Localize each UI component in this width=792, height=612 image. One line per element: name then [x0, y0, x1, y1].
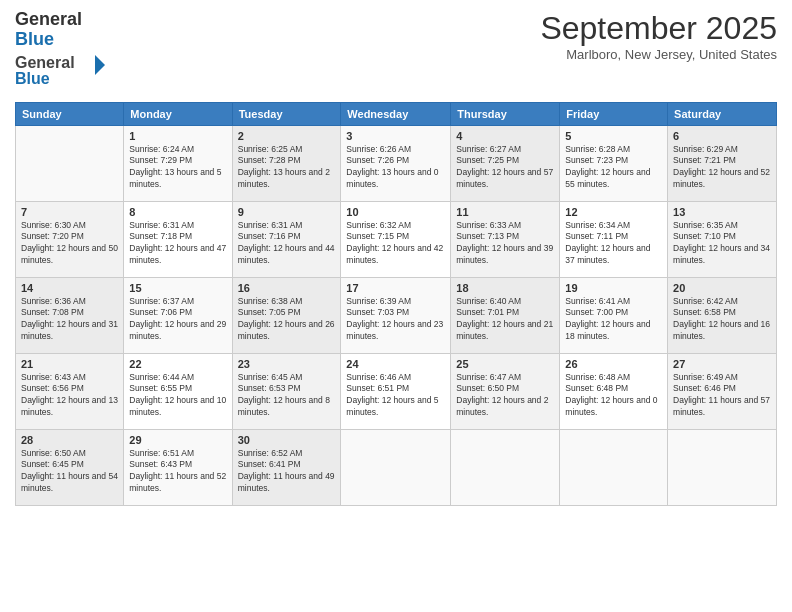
logo-icon: General Blue [15, 50, 105, 90]
day-number: 20 [673, 282, 771, 294]
day-number: 30 [238, 434, 336, 446]
day-info: Sunrise: 6:24 AMSunset: 7:29 PMDaylight:… [129, 144, 226, 192]
day-cell: 7 Sunrise: 6:30 AMSunset: 7:20 PMDayligh… [16, 201, 124, 277]
day-cell: 5 Sunrise: 6:28 AMSunset: 7:23 PMDayligh… [560, 125, 668, 201]
day-cell: 17 Sunrise: 6:39 AMSunset: 7:03 PMDaylig… [341, 277, 451, 353]
day-number: 10 [346, 206, 445, 218]
day-cell: 3 Sunrise: 6:26 AMSunset: 7:26 PMDayligh… [341, 125, 451, 201]
day-cell: 29 Sunrise: 6:51 AMSunset: 6:43 PMDaylig… [124, 429, 232, 505]
header-row: Sunday Monday Tuesday Wednesday Thursday… [16, 102, 777, 125]
month-title: September 2025 [540, 10, 777, 47]
day-info: Sunrise: 6:45 AMSunset: 6:53 PMDaylight:… [238, 372, 336, 420]
day-cell [560, 429, 668, 505]
col-monday: Monday [124, 102, 232, 125]
day-info: Sunrise: 6:31 AMSunset: 7:16 PMDaylight:… [238, 220, 336, 268]
col-sunday: Sunday [16, 102, 124, 125]
day-number: 23 [238, 358, 336, 370]
day-info: Sunrise: 6:35 AMSunset: 7:10 PMDaylight:… [673, 220, 771, 268]
day-number: 26 [565, 358, 662, 370]
day-number: 27 [673, 358, 771, 370]
day-info: Sunrise: 6:43 AMSunset: 6:56 PMDaylight:… [21, 372, 118, 420]
day-info: Sunrise: 6:47 AMSunset: 6:50 PMDaylight:… [456, 372, 554, 420]
day-cell: 11 Sunrise: 6:33 AMSunset: 7:13 PMDaylig… [451, 201, 560, 277]
day-cell: 20 Sunrise: 6:42 AMSunset: 6:58 PMDaylig… [668, 277, 777, 353]
day-number: 1 [129, 130, 226, 142]
day-cell: 26 Sunrise: 6:48 AMSunset: 6:48 PMDaylig… [560, 353, 668, 429]
day-cell: 19 Sunrise: 6:41 AMSunset: 7:00 PMDaylig… [560, 277, 668, 353]
day-cell: 22 Sunrise: 6:44 AMSunset: 6:55 PMDaylig… [124, 353, 232, 429]
col-tuesday: Tuesday [232, 102, 341, 125]
day-info: Sunrise: 6:30 AMSunset: 7:20 PMDaylight:… [21, 220, 118, 268]
svg-marker-2 [95, 55, 105, 75]
day-cell: 21 Sunrise: 6:43 AMSunset: 6:56 PMDaylig… [16, 353, 124, 429]
day-cell: 16 Sunrise: 6:38 AMSunset: 7:05 PMDaylig… [232, 277, 341, 353]
day-info: Sunrise: 6:25 AMSunset: 7:28 PMDaylight:… [238, 144, 336, 192]
day-cell [451, 429, 560, 505]
day-cell [341, 429, 451, 505]
day-info: Sunrise: 6:34 AMSunset: 7:11 PMDaylight:… [565, 220, 662, 268]
day-info: Sunrise: 6:50 AMSunset: 6:45 PMDaylight:… [21, 448, 118, 496]
svg-text:General: General [15, 54, 75, 71]
day-number: 9 [238, 206, 336, 218]
col-saturday: Saturday [668, 102, 777, 125]
day-number: 25 [456, 358, 554, 370]
day-info: Sunrise: 6:52 AMSunset: 6:41 PMDaylight:… [238, 448, 336, 496]
col-friday: Friday [560, 102, 668, 125]
day-info: Sunrise: 6:37 AMSunset: 7:06 PMDaylight:… [129, 296, 226, 344]
day-cell: 13 Sunrise: 6:35 AMSunset: 7:10 PMDaylig… [668, 201, 777, 277]
day-number: 2 [238, 130, 336, 142]
day-info: Sunrise: 6:32 AMSunset: 7:15 PMDaylight:… [346, 220, 445, 268]
day-number: 21 [21, 358, 118, 370]
day-cell: 23 Sunrise: 6:45 AMSunset: 6:53 PMDaylig… [232, 353, 341, 429]
day-info: Sunrise: 6:46 AMSunset: 6:51 PMDaylight:… [346, 372, 445, 420]
day-info: Sunrise: 6:28 AMSunset: 7:23 PMDaylight:… [565, 144, 662, 192]
day-number: 16 [238, 282, 336, 294]
day-number: 3 [346, 130, 445, 142]
day-cell: 14 Sunrise: 6:36 AMSunset: 7:08 PMDaylig… [16, 277, 124, 353]
week-row-3: 21 Sunrise: 6:43 AMSunset: 6:56 PMDaylig… [16, 353, 777, 429]
header: GeneralBlue General Blue September 2025 … [15, 10, 777, 94]
day-number: 19 [565, 282, 662, 294]
day-info: Sunrise: 6:51 AMSunset: 6:43 PMDaylight:… [129, 448, 226, 496]
col-thursday: Thursday [451, 102, 560, 125]
day-number: 18 [456, 282, 554, 294]
day-number: 12 [565, 206, 662, 218]
day-info: Sunrise: 6:48 AMSunset: 6:48 PMDaylight:… [565, 372, 662, 420]
day-info: Sunrise: 6:39 AMSunset: 7:03 PMDaylight:… [346, 296, 445, 344]
logo-blue: Blue [15, 29, 54, 49]
day-cell: 1 Sunrise: 6:24 AMSunset: 7:29 PMDayligh… [124, 125, 232, 201]
day-cell: 15 Sunrise: 6:37 AMSunset: 7:06 PMDaylig… [124, 277, 232, 353]
day-info: Sunrise: 6:31 AMSunset: 7:18 PMDaylight:… [129, 220, 226, 268]
logo-text: GeneralBlue [15, 10, 105, 50]
day-number: 13 [673, 206, 771, 218]
calendar-page: GeneralBlue General Blue September 2025 … [0, 0, 792, 612]
day-cell: 30 Sunrise: 6:52 AMSunset: 6:41 PMDaylig… [232, 429, 341, 505]
title-block: September 2025 Marlboro, New Jersey, Uni… [540, 10, 777, 62]
day-number: 24 [346, 358, 445, 370]
day-info: Sunrise: 6:49 AMSunset: 6:46 PMDaylight:… [673, 372, 771, 420]
day-info: Sunrise: 6:44 AMSunset: 6:55 PMDaylight:… [129, 372, 226, 420]
day-number: 15 [129, 282, 226, 294]
day-cell: 10 Sunrise: 6:32 AMSunset: 7:15 PMDaylig… [341, 201, 451, 277]
day-cell: 2 Sunrise: 6:25 AMSunset: 7:28 PMDayligh… [232, 125, 341, 201]
week-row-4: 28 Sunrise: 6:50 AMSunset: 6:45 PMDaylig… [16, 429, 777, 505]
week-row-1: 7 Sunrise: 6:30 AMSunset: 7:20 PMDayligh… [16, 201, 777, 277]
day-info: Sunrise: 6:38 AMSunset: 7:05 PMDaylight:… [238, 296, 336, 344]
day-number: 11 [456, 206, 554, 218]
day-number: 17 [346, 282, 445, 294]
day-cell: 28 Sunrise: 6:50 AMSunset: 6:45 PMDaylig… [16, 429, 124, 505]
day-cell: 27 Sunrise: 6:49 AMSunset: 6:46 PMDaylig… [668, 353, 777, 429]
day-cell: 8 Sunrise: 6:31 AMSunset: 7:18 PMDayligh… [124, 201, 232, 277]
day-info: Sunrise: 6:36 AMSunset: 7:08 PMDaylight:… [21, 296, 118, 344]
calendar-table: Sunday Monday Tuesday Wednesday Thursday… [15, 102, 777, 506]
day-info: Sunrise: 6:33 AMSunset: 7:13 PMDaylight:… [456, 220, 554, 268]
day-number: 29 [129, 434, 226, 446]
day-info: Sunrise: 6:29 AMSunset: 7:21 PMDaylight:… [673, 144, 771, 192]
day-number: 28 [21, 434, 118, 446]
day-cell: 9 Sunrise: 6:31 AMSunset: 7:16 PMDayligh… [232, 201, 341, 277]
day-cell: 25 Sunrise: 6:47 AMSunset: 6:50 PMDaylig… [451, 353, 560, 429]
day-cell: 4 Sunrise: 6:27 AMSunset: 7:25 PMDayligh… [451, 125, 560, 201]
day-number: 8 [129, 206, 226, 218]
day-info: Sunrise: 6:26 AMSunset: 7:26 PMDaylight:… [346, 144, 445, 192]
day-number: 7 [21, 206, 118, 218]
